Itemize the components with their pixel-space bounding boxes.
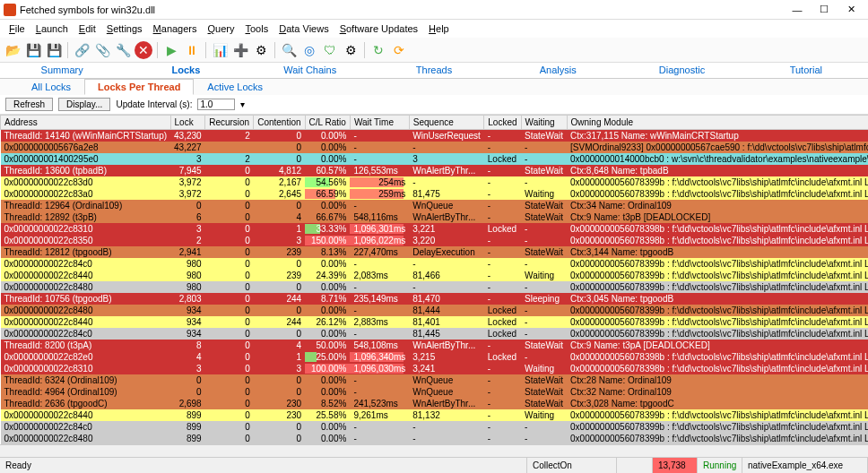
table-row[interactable]: 0x00000000022c84c0934000.00%-81,445Locke… — [1, 328, 869, 340]
table-row[interactable]: ThreadId: 12812 (tpgoodB)2,94102398.13%2… — [1, 246, 869, 258]
cell-own: Ctx:32 Name: Ordinal109 — [567, 386, 868, 398]
col-recursion[interactable]: Recursion — [205, 116, 254, 130]
cell-seq: 81,132 — [409, 409, 484, 421]
table-row[interactable]: 0x00000000022c8440980023924.39%2,083ms81… — [1, 270, 869, 281]
menu-software-updates[interactable]: Software Updates — [334, 23, 423, 34]
play-icon[interactable]: ▶ — [162, 41, 180, 59]
open-icon[interactable]: 📂 — [4, 41, 22, 59]
table-row[interactable]: ThreadId: 8200 (t3pA)80450.00%548,108msW… — [1, 340, 869, 351]
col-owningmodule[interactable]: Owning Module — [567, 116, 868, 130]
tab-summary[interactable]: Summary — [0, 63, 124, 78]
table-row[interactable]: 0x0000000005676a2e843,22700.00%----[SVMO… — [1, 142, 869, 153]
table-row[interactable]: ThreadId: 6324 (Ordinal109)0000.00%-WnQu… — [1, 374, 869, 386]
horizontal-scrollbar[interactable] — [0, 444, 868, 457]
collect-add-icon[interactable]: ➕ — [231, 41, 249, 59]
gear-icon[interactable]: ⚙ — [342, 41, 360, 59]
tab-analysis[interactable]: Analysis — [496, 63, 620, 78]
tab-wait chains[interactable]: Wait Chains — [248, 63, 372, 78]
cell-wt: 126,553ms — [350, 165, 409, 176]
tab-diagnostic[interactable]: Diagnostic — [620, 63, 743, 78]
col-locked[interactable]: Locked — [484, 116, 521, 130]
table-row[interactable]: ThreadId: 13600 (tpbadB)7,94504,81260.57… — [1, 165, 869, 176]
menu-managers[interactable]: Managers — [148, 23, 203, 34]
collect-on-icon[interactable]: 📊 — [211, 41, 229, 59]
cell-seq: - — [409, 433, 484, 444]
close-button[interactable]: ✕ — [838, 1, 864, 19]
cell-addr: 0x00000000022c8480 — [1, 433, 171, 444]
table-row[interactable]: 0x00000000022c8310303100.00%1,096,030ms3… — [1, 363, 869, 374]
cell-cont: 4 — [254, 340, 305, 351]
pause-icon[interactable]: ⏸ — [183, 41, 201, 59]
cell-lock: 980 — [170, 281, 205, 293]
table-row[interactable]: 0x00000000022c84c0980000.00%----0x000000… — [1, 258, 869, 270]
table-row[interactable]: 0x00000000022c82e040125.00%1,096,340ms3,… — [1, 351, 869, 363]
tab-locks[interactable]: Locks — [124, 63, 247, 78]
col-lock[interactable]: Lock — [170, 116, 205, 130]
table-row[interactable]: 0x00000000022c8440899023025.58%9,261ms81… — [1, 409, 869, 421]
menu-help[interactable]: Help — [423, 23, 455, 34]
subtab-all-locks[interactable]: All Locks — [18, 79, 84, 95]
shield-icon[interactable]: 🛡 — [321, 41, 339, 59]
cell-wt: - — [350, 421, 409, 433]
table-row[interactable]: ThreadId: 4964 (Ordinal109)0000.00%-WnQu… — [1, 386, 869, 398]
link-icon[interactable]: 🔗 — [73, 41, 91, 59]
cell-wtg: - — [521, 328, 567, 340]
target-icon[interactable]: ◎ — [300, 41, 318, 59]
table-row[interactable]: 0x00000000022c8440934024426.12%2,883ms81… — [1, 316, 869, 328]
subtab-locks-per-thread[interactable]: Locks Per Thread — [84, 79, 194, 95]
table-row[interactable]: ThreadId: 12892 (t3pB)60466.67%548,116ms… — [1, 211, 869, 223]
attach-icon[interactable]: 📎 — [93, 41, 111, 59]
display-button[interactable]: Display... — [58, 98, 110, 111]
refresh-icon[interactable]: ↻ — [369, 41, 387, 59]
cell-wtg: - — [521, 235, 567, 246]
tab-threads[interactable]: Threads — [372, 63, 496, 78]
col-waittime[interactable]: Wait Time — [350, 116, 409, 130]
table-row[interactable]: ThreadId: 14140 (wWinMainCRTStartup)43,2… — [1, 130, 869, 142]
menu-query[interactable]: Query — [203, 23, 240, 34]
maximize-button[interactable]: ☐ — [811, 1, 838, 19]
dropdown-icon[interactable]: ▾ — [240, 99, 245, 109]
close-red-icon[interactable]: ✕ — [135, 41, 152, 59]
minimize-button[interactable]: — — [784, 1, 811, 19]
menu-tools[interactable]: Tools — [240, 23, 274, 34]
cell-ratio: 100.00% — [305, 363, 350, 374]
tab-tutorial[interactable]: Tutorial — [744, 63, 868, 78]
menu-edit[interactable]: Edit — [74, 23, 101, 34]
menu-launch[interactable]: Launch — [30, 23, 74, 34]
subtab-active-locks[interactable]: Active Locks — [194, 79, 276, 95]
col-clratio[interactable]: C/L Ratio — [305, 116, 350, 130]
refresh-button[interactable]: Refresh — [5, 98, 53, 111]
interval-input[interactable] — [197, 99, 235, 110]
data-grid[interactable]: AddressLockRecursionContentionC/L RatioW… — [0, 115, 868, 444]
table-row[interactable]: 0x00000000022c83a03,97202,64566.59%259ms… — [1, 188, 869, 200]
status-collect: CollectOn — [527, 458, 617, 473]
cycle-icon[interactable]: ⟳ — [390, 41, 408, 59]
col-contention[interactable]: Contention — [254, 116, 305, 130]
menu-settings[interactable]: Settings — [101, 23, 148, 34]
table-row[interactable]: 0x00000000022c83d03,97202,16754.56%254ms… — [1, 176, 869, 188]
table-row[interactable]: 0x00000000022c8480899000.00%----0x000000… — [1, 433, 869, 444]
col-address[interactable]: Address — [1, 116, 171, 130]
cell-own: 0x0000000056078399b : f:\dd\vctools\vc7l… — [567, 409, 868, 421]
cell-wt: - — [350, 433, 409, 444]
wrench-icon[interactable]: 🔧 — [114, 41, 132, 59]
table-row[interactable]: 0x00000000022c8480934000.00%-81,444Locke… — [1, 305, 869, 316]
col-sequence[interactable]: Sequence — [409, 116, 484, 130]
search-icon[interactable]: 🔍 — [280, 41, 298, 59]
menu-data-views[interactable]: Data Views — [273, 23, 334, 34]
save-as-icon[interactable]: 💾 — [45, 41, 63, 59]
table-row[interactable]: 0x000000001400295e03200.00%-3Locked-0x00… — [1, 153, 869, 165]
cell-lock: 934 — [170, 305, 205, 316]
table-row[interactable]: 0x00000000022c84c0899000.00%----0x000000… — [1, 421, 869, 433]
save-icon[interactable]: 💾 — [24, 41, 42, 59]
table-row[interactable]: ThreadId: 10756 (tpgoodB)2,80302448.71%2… — [1, 293, 869, 305]
col-waiting[interactable]: Waiting — [521, 116, 567, 130]
menu-file[interactable]: File — [4, 23, 30, 34]
table-row[interactable]: 0x00000000022c831030133.33%1,096,301ms3,… — [1, 223, 869, 235]
table-row[interactable]: 0x00000000022c8350203150.00%1,096,022ms3… — [1, 235, 869, 246]
table-row[interactable]: ThreadId: 12964 (Ordinal109)0000.00%-WnQ… — [1, 200, 869, 211]
table-row[interactable]: 0x00000000022c8480980000.00%----0x000000… — [1, 281, 869, 293]
cell-lock: 980 — [170, 258, 205, 270]
table-row[interactable]: ThreadId: 2636 (tpgoodC)2,69802308.52%24… — [1, 398, 869, 409]
filter-icon[interactable]: ⚙ — [252, 41, 270, 59]
